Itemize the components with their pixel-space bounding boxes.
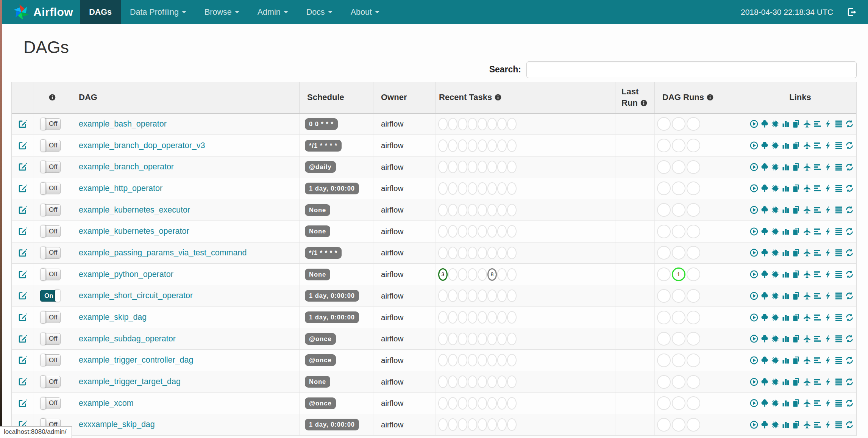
- logs-icon[interactable]: [834, 248, 843, 257]
- tree-view-icon[interactable]: [760, 248, 769, 257]
- dag-run-state-circle[interactable]: [672, 375, 685, 389]
- task-duration-icon[interactable]: [781, 334, 790, 343]
- task-state-circle[interactable]: [507, 354, 517, 366]
- nav-item-dags[interactable]: DAGs: [80, 0, 121, 24]
- task-state-circle[interactable]: [478, 354, 487, 366]
- task-state-circle[interactable]: [468, 139, 477, 152]
- dag-run-state-circle[interactable]: [687, 117, 700, 131]
- graph-view-icon[interactable]: [771, 420, 780, 429]
- logs-icon[interactable]: [834, 377, 843, 386]
- dag-name-link[interactable]: example_branch_operator: [79, 162, 174, 172]
- graph-view-icon[interactable]: [771, 399, 780, 408]
- dag-run-state-circle[interactable]: [672, 396, 685, 410]
- dag-pause-toggle[interactable]: Off: [40, 397, 61, 409]
- dag-pause-toggle[interactable]: On: [40, 290, 61, 302]
- refresh-icon[interactable]: [845, 248, 854, 257]
- task-state-circle[interactable]: [487, 418, 497, 431]
- task-state-circle[interactable]: [468, 204, 477, 216]
- dag-name-link[interactable]: exxxample_skip_dag: [79, 420, 155, 429]
- dag-name-link[interactable]: example_kubernetes_operator: [79, 227, 189, 236]
- task-duration-icon[interactable]: [781, 399, 790, 408]
- task-state-circle[interactable]: [478, 397, 487, 410]
- logs-icon[interactable]: [834, 205, 843, 214]
- logs-icon[interactable]: [834, 334, 843, 343]
- graph-view-icon[interactable]: [771, 313, 780, 322]
- task-state-circle[interactable]: [507, 247, 517, 259]
- landing-times-icon[interactable]: [802, 377, 812, 386]
- trigger-dag-icon[interactable]: [749, 334, 759, 343]
- task-state-circle[interactable]: [468, 354, 477, 366]
- dag-name-link[interactable]: example_xcom: [79, 399, 134, 408]
- task-state-circle[interactable]: [497, 289, 507, 302]
- task-state-circle[interactable]: [497, 397, 507, 410]
- task-state-circle[interactable]: [497, 204, 507, 216]
- logs-icon[interactable]: [834, 291, 843, 300]
- task-state-circle[interactable]: [487, 182, 497, 195]
- tree-view-icon[interactable]: [760, 184, 769, 193]
- task-state-circle[interactable]: [458, 375, 467, 388]
- dag-run-state-circle[interactable]: [657, 267, 671, 281]
- dag-run-state-circle[interactable]: [687, 418, 700, 432]
- dag-name-link[interactable]: example_kubernetes_executor: [79, 205, 190, 215]
- task-duration-icon[interactable]: [781, 291, 790, 300]
- tree-view-icon[interactable]: [760, 141, 769, 150]
- refresh-icon[interactable]: [845, 141, 854, 150]
- task-state-circle[interactable]: [478, 182, 487, 195]
- dag-run-state-circle[interactable]: [687, 354, 700, 367]
- task-state-circle[interactable]: [468, 118, 477, 130]
- refresh-icon[interactable]: [845, 184, 854, 193]
- task-state-circle[interactable]: [478, 289, 487, 302]
- dag-run-state-circle[interactable]: [687, 203, 700, 217]
- task-state-circle[interactable]: [458, 118, 467, 130]
- dag-run-state-circle[interactable]: [687, 332, 700, 346]
- code-view-icon[interactable]: [824, 141, 833, 150]
- task-state-circle[interactable]: [448, 397, 457, 410]
- dag-run-state-circle[interactable]: [687, 289, 700, 303]
- task-state-circle[interactable]: [448, 289, 457, 302]
- nav-item-browse[interactable]: Browse: [195, 0, 248, 24]
- landing-times-icon[interactable]: [802, 313, 812, 322]
- task-state-circle[interactable]: [458, 418, 467, 431]
- task-state-circle[interactable]: [487, 354, 497, 366]
- logs-icon[interactable]: [834, 399, 843, 408]
- graph-view-icon[interactable]: [771, 119, 780, 128]
- header-dag-runs[interactable]: DAG Runs: [655, 82, 744, 113]
- edit-dag-icon[interactable]: [18, 184, 27, 193]
- task-state-circle[interactable]: [478, 118, 487, 130]
- task-state-circle[interactable]: [478, 418, 487, 431]
- dag-run-state-circle[interactable]: [687, 267, 700, 281]
- task-state-circle[interactable]: [497, 354, 507, 366]
- trigger-dag-icon[interactable]: [749, 356, 759, 365]
- task-state-circle[interactable]: [468, 247, 477, 259]
- gantt-view-icon[interactable]: [813, 377, 822, 386]
- task-state-circle[interactable]: [497, 118, 507, 130]
- edit-dag-icon[interactable]: [18, 291, 27, 300]
- logs-icon[interactable]: [834, 420, 843, 429]
- code-view-icon[interactable]: [824, 205, 833, 214]
- gantt-view-icon[interactable]: [813, 334, 822, 343]
- trigger-dag-icon[interactable]: [749, 270, 759, 279]
- task-state-circle[interactable]: [478, 225, 487, 238]
- task-tries-icon[interactable]: [792, 141, 801, 150]
- edit-dag-icon[interactable]: [18, 162, 27, 172]
- task-state-circle[interactable]: [448, 333, 457, 345]
- task-state-circle[interactable]: [497, 311, 507, 324]
- task-state-circle[interactable]: [438, 333, 448, 345]
- trigger-dag-icon[interactable]: [749, 248, 759, 257]
- dag-run-state-circle[interactable]: [657, 225, 671, 238]
- dag-run-state-circle[interactable]: [672, 225, 685, 238]
- landing-times-icon[interactable]: [802, 205, 812, 214]
- gantt-view-icon[interactable]: [813, 163, 822, 172]
- dag-run-state-circle[interactable]: [687, 246, 700, 260]
- code-view-icon[interactable]: [824, 119, 833, 128]
- task-state-circle[interactable]: [448, 204, 457, 216]
- dag-name-link[interactable]: example_trigger_controller_dag: [79, 355, 193, 365]
- refresh-icon[interactable]: [845, 399, 854, 408]
- task-state-circle[interactable]: [438, 225, 448, 238]
- dag-run-state-circle[interactable]: [687, 396, 700, 410]
- dag-pause-toggle[interactable]: Off: [40, 354, 61, 366]
- logs-icon[interactable]: [834, 313, 843, 322]
- task-state-circle[interactable]: [438, 204, 448, 216]
- dag-name-link[interactable]: example_skip_dag: [79, 313, 147, 322]
- task-state-circle[interactable]: [478, 204, 487, 216]
